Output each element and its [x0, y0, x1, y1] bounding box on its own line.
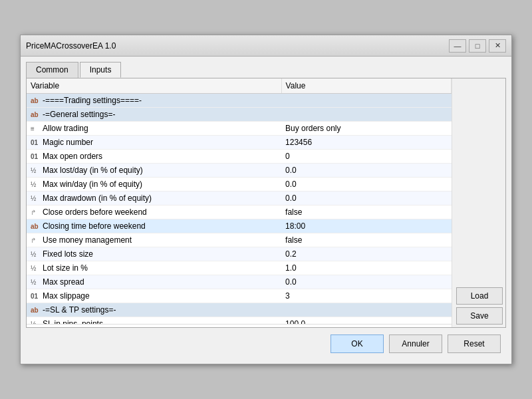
table-row[interactable]: ab-====Trading settings====-	[27, 94, 452, 108]
title-bar: PriceMACrossoverEA 1.0 — □ ✕	[21, 35, 511, 57]
value-cell: 18:00	[281, 219, 451, 233]
table-header: Variable Value	[27, 78, 452, 94]
header-row: Variable Value	[27, 78, 452, 94]
content-area: Variable Value ab-====Trading settings==…	[27, 78, 505, 327]
variable-cell: ½Lot size in %	[27, 261, 281, 275]
value-cell: 1.0	[281, 261, 451, 275]
variable-cell: ½Fixed lots size	[27, 247, 281, 261]
table-row[interactable]: ½SL in pips, points...100.0	[27, 317, 452, 325]
variable-cell: ½SL in pips, points...	[27, 317, 281, 325]
ok-button[interactable]: OK	[331, 334, 384, 353]
value-cell: false	[281, 205, 451, 219]
window-title: PriceMACrossoverEA 1.0	[26, 41, 116, 51]
tab-common[interactable]: Common	[26, 62, 78, 78]
variable-cell: abClosing time before weekend	[27, 219, 281, 233]
table-row[interactable]: ½Max drawdown (in % of equity)0.0	[27, 192, 452, 205]
table-row[interactable]: ab-=SL & TP settings=-	[27, 303, 452, 317]
table-row[interactable]: 01Magic number123456	[27, 136, 452, 150]
variable-cell: ½Max lost/day (in % of equity)	[27, 164, 281, 178]
value-cell: 0.0	[281, 178, 451, 192]
table-row[interactable]: ½Fixed lots size0.2	[27, 247, 452, 261]
variable-cell: 01Max open orders	[27, 150, 281, 164]
table-row[interactable]: ½Max spread0.0	[27, 275, 452, 289]
table-row[interactable]: ↱Use money managementfalse	[27, 233, 452, 247]
table-row[interactable]: 01Max open orders0	[27, 150, 452, 164]
col-variable: Variable	[27, 78, 281, 94]
variable-cell: ≡Allow trading	[27, 122, 281, 136]
variable-cell: ½Max spread	[27, 275, 281, 289]
value-cell	[281, 303, 451, 317]
close-button[interactable]: ✕	[489, 39, 506, 53]
title-bar-controls: — □ ✕	[449, 39, 506, 53]
variable-cell: ↱Use money management	[27, 233, 281, 247]
load-button[interactable]: Load	[456, 287, 503, 305]
minimize-button[interactable]: —	[449, 39, 466, 53]
value-cell: 123456	[281, 136, 451, 150]
table-row[interactable]: ≡Allow tradingBuy orders only	[27, 122, 452, 136]
value-cell	[281, 94, 451, 108]
variable-cell: ab-====Trading settings====-	[27, 94, 281, 108]
value-cell	[281, 108, 451, 122]
value-cell: 0.0	[281, 192, 451, 205]
main-window: PriceMACrossoverEA 1.0 — □ ✕ Common Inpu…	[20, 35, 512, 364]
parameters-table: Variable Value ab-====Trading settings==…	[27, 78, 452, 325]
reset-button[interactable]: Reset	[448, 334, 501, 353]
footer-buttons: OK Annuler Reset	[26, 328, 506, 358]
variable-cell: 01Magic number	[27, 136, 281, 150]
table-row[interactable]: 01Max slippage3	[27, 289, 452, 303]
window-body: Common Inputs Variable Value ab-====Trad…	[21, 57, 511, 364]
table-row[interactable]: ↱Close orders before weekendfalse	[27, 205, 452, 219]
value-cell: 0.2	[281, 247, 451, 261]
table-row[interactable]: ½Max win/day (in % of equity)0.0	[27, 178, 452, 192]
value-cell: false	[281, 233, 451, 247]
tab-inputs[interactable]: Inputs	[80, 62, 122, 78]
table-row[interactable]: ½Max lost/day (in % of equity)0.0	[27, 164, 452, 178]
table-row[interactable]: ab-=General settings=-	[27, 108, 452, 122]
value-cell: 0.0	[281, 164, 451, 178]
tab-bar: Common Inputs	[26, 62, 506, 78]
variable-cell: ab-=SL & TP settings=-	[27, 303, 281, 317]
table-body: ab-====Trading settings====-ab-=General …	[27, 94, 452, 325]
variable-cell: ↱Close orders before weekend	[27, 205, 281, 219]
variable-cell: ½Max drawdown (in % of equity)	[27, 192, 281, 205]
maximize-button[interactable]: □	[469, 39, 486, 53]
value-cell: 3	[281, 289, 451, 303]
variable-cell: ½Max win/day (in % of equity)	[27, 178, 281, 192]
value-cell: Buy orders only	[281, 122, 451, 136]
col-value: Value	[281, 78, 451, 94]
side-panel: Load Save	[452, 78, 505, 327]
value-cell: 0.0	[281, 275, 451, 289]
table-row[interactable]: ½Lot size in %1.0	[27, 261, 452, 275]
value-cell: 100.0	[281, 317, 451, 325]
save-button[interactable]: Save	[456, 307, 503, 325]
variable-cell: ab-=General settings=-	[27, 108, 281, 122]
parameters-table-container[interactable]: Variable Value ab-====Trading settings==…	[27, 78, 452, 325]
variable-cell: 01Max slippage	[27, 289, 281, 303]
table-row[interactable]: abClosing time before weekend18:00	[27, 219, 452, 233]
cancel-button[interactable]: Annuler	[389, 334, 442, 353]
tab-content: Variable Value ab-====Trading settings==…	[26, 78, 506, 328]
value-cell: 0	[281, 150, 451, 164]
